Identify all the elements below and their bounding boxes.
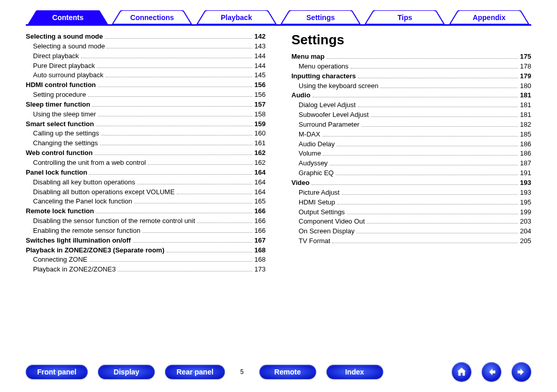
tab-playback[interactable]: Playback (194, 10, 278, 24)
toc-text: Direct playback (33, 52, 79, 61)
leader-dots (381, 88, 518, 88)
leader-dots (98, 116, 252, 116)
tab-connections[interactable]: Connections (110, 10, 194, 24)
toc-entry[interactable]: Direct playback144 (26, 52, 266, 61)
toc-entry[interactable]: Remote lock function166 (26, 207, 266, 216)
home-button[interactable] (452, 362, 471, 382)
toc-page: 158 (254, 110, 266, 120)
arrow-right-icon (516, 366, 527, 378)
toc-entry[interactable]: Selecting a sound mode143 (26, 42, 266, 52)
toc-text: Disabling all key button operations (33, 178, 135, 188)
leader-dots (95, 155, 253, 155)
toc-entry[interactable]: Surround Parameter182 (291, 120, 531, 130)
toc-entry[interactable]: Connecting ZONE168 (26, 255, 266, 265)
toc-entry[interactable]: Inputting characters179 (291, 72, 531, 81)
toc-entry[interactable]: Panel lock function164 (26, 168, 266, 178)
toc-entry[interactable]: Smart select function159 (26, 120, 266, 129)
toc-entry[interactable]: Auto surround playback145 (26, 71, 266, 80)
toc-text: Surround Parameter (299, 120, 359, 130)
toc-entry[interactable]: HDMI control function156 (26, 80, 266, 90)
toc-page: 199 (520, 208, 531, 217)
toc-page: 182 (520, 120, 531, 130)
toc-entry[interactable]: Calling up the settings160 (26, 129, 266, 139)
toc-entry[interactable]: Video193 (291, 178, 531, 188)
toc-entry[interactable]: Menu operations178 (291, 62, 531, 72)
toc-text: Subwoofer Level Adjust (299, 110, 369, 120)
leader-dots (326, 58, 518, 59)
toc-entry[interactable]: Disabling all button operations except V… (26, 188, 266, 197)
toc-entry[interactable]: Playback in ZONE2/ZONE3 (Separate room)1… (26, 246, 266, 255)
front-panel-button[interactable]: Front panel (26, 365, 88, 379)
leader-dots (98, 87, 253, 87)
toc-entry[interactable]: Graphic EQ191 (291, 168, 531, 178)
toc-entry[interactable]: Canceling the Panel lock function165 (26, 197, 266, 207)
display-button[interactable]: Display (98, 365, 155, 379)
toc-page: 181 (520, 110, 531, 120)
toc-text: Connecting ZONE (33, 255, 88, 265)
toc-page: 166 (254, 207, 266, 216)
toc-page: 160 (254, 129, 266, 139)
toc-text: Sleep timer function (26, 100, 90, 110)
toc-entry[interactable]: Volume186 (291, 149, 531, 159)
toc-entry[interactable]: Sleep timer function157 (26, 100, 266, 110)
toc-page: 164 (254, 178, 266, 188)
leader-dots (106, 77, 253, 77)
tab-tips[interactable]: Tips (363, 10, 447, 24)
toc-entry[interactable]: Audio Delay186 (291, 140, 531, 149)
prev-page-button[interactable] (482, 362, 501, 382)
leader-dots (134, 203, 252, 203)
toc-text: Pure Direct playback (33, 61, 95, 71)
toc-entry[interactable]: Output Settings199 (291, 208, 531, 217)
leader-dots (89, 174, 252, 175)
rear-panel-button[interactable]: Rear panel (165, 365, 225, 379)
toc-entry[interactable]: Menu map175 (291, 52, 531, 62)
leader-dots (358, 107, 518, 107)
tab-settings[interactable]: Settings (278, 10, 363, 24)
toc-entry[interactable]: TV Format205 (291, 236, 531, 246)
toc-text: Switches light illumination on/off (26, 236, 131, 246)
tab-contents[interactable]: Contents (26, 10, 110, 24)
toc-entry[interactable]: Controlling the unit from a web control1… (26, 158, 266, 168)
leader-dots (96, 213, 252, 213)
toc-entry[interactable]: Audyssey187 (291, 159, 531, 168)
toc-page: 168 (254, 255, 266, 265)
remote-button[interactable]: Remote (259, 365, 316, 379)
toc-entry[interactable]: Using the keyboard screen180 (291, 81, 531, 91)
toc-entry[interactable]: Using the sleep timer158 (26, 110, 266, 120)
toc-text: Using the keyboard screen (299, 81, 379, 91)
leader-dots (362, 126, 518, 127)
index-button[interactable]: Index (326, 365, 383, 379)
toc-entry[interactable]: Changing the settings161 (26, 139, 266, 148)
toc-entry[interactable]: Enabling the remote sensor function166 (26, 226, 266, 236)
toc-page: 193 (520, 178, 531, 188)
toc-entry[interactable]: Web control function162 (26, 148, 266, 158)
toc-text: Video (291, 178, 309, 188)
toc-entry[interactable]: Selecting a sound mode142 (26, 32, 266, 42)
toc-entry[interactable]: On Screen Display204 (291, 227, 531, 236)
toc-page: 181 (520, 91, 531, 100)
leader-dots (118, 271, 252, 271)
toc-entry[interactable]: Audio181 (291, 91, 531, 100)
next-page-button[interactable] (512, 362, 531, 382)
toc-entry[interactable]: Disabling all key button operations164 (26, 178, 266, 188)
toc-entry[interactable]: HDMI Setup195 (291, 198, 531, 208)
toc-entry[interactable]: Component Video Out203 (291, 217, 531, 227)
leader-dots (96, 126, 252, 126)
toc-entry[interactable]: Picture Adjust193 (291, 188, 531, 198)
toc-page: 159 (254, 120, 266, 129)
toc-entry[interactable]: M-DAX185 (291, 130, 531, 140)
tab-appendix[interactable]: Appendix (447, 10, 531, 24)
toc-page: 166 (254, 226, 266, 236)
toc-entry[interactable]: Setting procedure156 (26, 90, 266, 100)
toc-entry[interactable]: Switches light illumination on/off167 (26, 236, 266, 246)
toc-text: Output Settings (299, 208, 345, 217)
toc-entry[interactable]: Playback in ZONE2/ZONE3173 (26, 265, 266, 275)
toc-page: 175 (520, 52, 531, 62)
toc-text: Disabling the sensor function of the rem… (33, 216, 195, 226)
toc-entry[interactable]: Dialog Level Adjust181 (291, 100, 531, 110)
toc-page: 143 (254, 42, 266, 52)
toc-entry[interactable]: Disabling the sensor function of the rem… (26, 216, 266, 226)
toc-entry[interactable]: Pure Direct playback144 (26, 61, 266, 71)
leader-dots (148, 164, 252, 165)
toc-entry[interactable]: Subwoofer Level Adjust181 (291, 110, 531, 120)
